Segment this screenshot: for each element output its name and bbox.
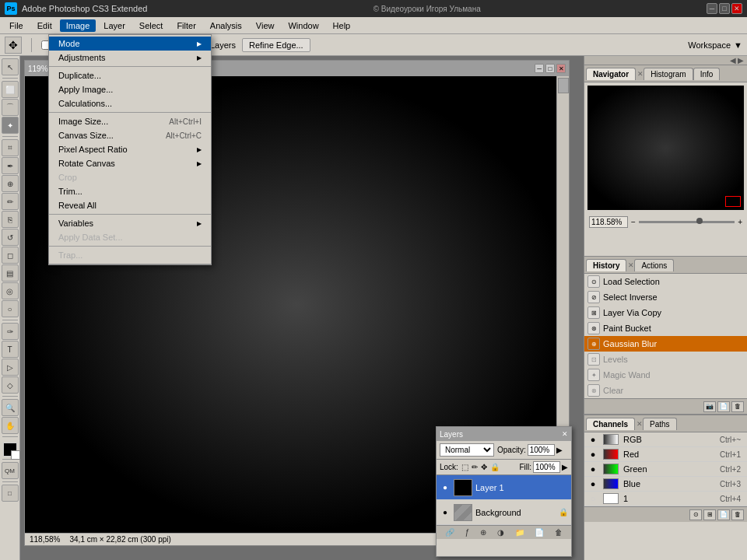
lasso-tool[interactable]: ⌒ bbox=[2, 99, 19, 116]
maximize-button[interactable]: □ bbox=[719, 3, 730, 14]
tab-history[interactable]: History bbox=[586, 259, 626, 271]
history-item-levels[interactable]: ⊡ Levels bbox=[584, 352, 747, 367]
layer-item-background[interactable]: ● Background 🔒 bbox=[437, 500, 571, 525]
layers-close-btn[interactable]: ✕ bbox=[562, 430, 568, 438]
history-new-snapshot-btn[interactable]: 📷 bbox=[703, 401, 716, 412]
menu-window[interactable]: Window bbox=[282, 19, 324, 32]
crop-tool[interactable]: ⌗ bbox=[2, 139, 19, 156]
lock-transparency-btn[interactable]: ⬚ bbox=[461, 463, 468, 471]
layers-link-btn[interactable]: 🔗 bbox=[445, 528, 454, 537]
navigator-viewport-box[interactable] bbox=[725, 196, 741, 207]
zoom-tool[interactable]: 🔍 bbox=[2, 399, 19, 416]
menu-item-trim[interactable]: Trim... bbox=[49, 184, 211, 198]
text-tool[interactable]: T bbox=[2, 341, 19, 358]
foreground-color[interactable] bbox=[3, 443, 17, 457]
menu-item-rotate-canvas[interactable]: Rotate Canvas ▶ bbox=[49, 156, 211, 170]
magic-wand-tool[interactable]: ✦ bbox=[2, 117, 19, 134]
channel-blue-visibility[interactable]: ● bbox=[587, 478, 598, 489]
gradient-tool[interactable]: ▤ bbox=[2, 264, 19, 282]
tool-options-icon[interactable]: ✥ bbox=[5, 37, 22, 54]
menu-layer[interactable]: Layer bbox=[97, 19, 132, 32]
marquee-tool[interactable]: ⬜ bbox=[2, 81, 19, 98]
hand-tool[interactable]: ✋ bbox=[2, 417, 19, 434]
menu-item-canvas-size[interactable]: Canvas Size... Alt+Ctrl+C bbox=[49, 128, 211, 142]
history-item-gaussian-blur[interactable]: ⊕ Gaussian Blur bbox=[584, 336, 747, 352]
minimize-button[interactable]: ─ bbox=[707, 3, 717, 14]
menu-file[interactable]: File bbox=[3, 19, 30, 32]
navigator-zoom-thumb[interactable] bbox=[696, 218, 703, 224]
menu-item-apply-image[interactable]: Apply Image... bbox=[49, 82, 211, 96]
lock-position-btn[interactable]: ✥ bbox=[481, 463, 487, 471]
dodge-tool[interactable]: ○ bbox=[2, 300, 19, 317]
channel-delete-btn[interactable]: 🗑 bbox=[731, 509, 744, 520]
tab-channels[interactable]: Channels bbox=[586, 418, 635, 430]
history-item-load-selection[interactable]: ⊙ Load Selection bbox=[584, 274, 747, 289]
fill-arrow[interactable]: ▶ bbox=[562, 463, 568, 471]
menu-select[interactable]: Select bbox=[133, 19, 170, 32]
menu-help[interactable]: Help bbox=[327, 19, 357, 32]
background-visibility[interactable]: ● bbox=[440, 507, 451, 518]
menu-item-adjustments[interactable]: Adjustments ▶ bbox=[49, 51, 211, 65]
brush-tool[interactable]: ✏ bbox=[2, 193, 19, 210]
nav-zoom-plus[interactable]: + bbox=[738, 218, 742, 226]
layers-style-btn[interactable]: ƒ bbox=[465, 528, 470, 537]
canvas-close-btn[interactable]: ✕ bbox=[556, 64, 566, 73]
pen-tool[interactable]: ✑ bbox=[2, 323, 19, 340]
menu-view[interactable]: View bbox=[250, 19, 281, 32]
history-item-select-inverse[interactable]: ⊘ Select Inverse bbox=[584, 289, 747, 305]
tab-paths[interactable]: Paths bbox=[643, 418, 677, 430]
menu-item-variables[interactable]: Variables ▶ bbox=[49, 216, 211, 230]
move-tool[interactable]: ↖ bbox=[2, 58, 19, 75]
menu-item-image-size[interactable]: Image Size... Alt+Ctrl+I bbox=[49, 114, 211, 128]
menu-item-pixel-aspect-ratio[interactable]: Pixel Aspect Ratio ▶ bbox=[49, 142, 211, 156]
layers-mask-btn[interactable]: ⊕ bbox=[480, 528, 486, 537]
navigator-zoom-slider[interactable] bbox=[639, 221, 735, 223]
menu-filter[interactable]: Filter bbox=[170, 19, 202, 32]
blur-tool[interactable]: ◎ bbox=[2, 282, 19, 299]
menu-item-reveal-all[interactable]: Reveal All bbox=[49, 198, 211, 212]
menu-item-duplicate[interactable]: Duplicate... bbox=[49, 68, 211, 82]
shape-tool[interactable]: ◇ bbox=[2, 376, 19, 394]
history-close[interactable]: ✕ bbox=[628, 261, 634, 269]
channel-1[interactable]: ○ 1 Ctrl+4 bbox=[584, 492, 747, 506]
path-tool[interactable]: ▷ bbox=[2, 359, 19, 376]
channel-new-btn[interactable]: 📄 bbox=[717, 509, 730, 520]
menu-edit[interactable]: Edit bbox=[31, 19, 58, 32]
channel-green-visibility[interactable]: ● bbox=[587, 464, 598, 474]
menu-analysis[interactable]: Analysis bbox=[204, 19, 248, 32]
panel-arrow-left[interactable]: ◀ bbox=[730, 56, 736, 65]
channel-rgb-visibility[interactable]: ● bbox=[587, 434, 598, 445]
channel-green[interactable]: ● Green Ctrl+2 bbox=[584, 462, 747, 477]
nav-zoom-minus[interactable]: − bbox=[631, 218, 636, 226]
channels-close[interactable]: ✕ bbox=[637, 420, 643, 428]
channel-save-btn[interactable]: ⊞ bbox=[703, 509, 716, 520]
navigator-zoom-input[interactable] bbox=[589, 216, 628, 228]
refine-edge-button[interactable]: Refine Edge... bbox=[242, 38, 310, 52]
heal-tool[interactable]: ⊕ bbox=[2, 175, 19, 192]
layers-blend-mode-select[interactable]: Normal bbox=[440, 443, 494, 457]
canvas-minimize-btn[interactable]: ─ bbox=[535, 64, 544, 73]
channel-red[interactable]: ● Red Ctrl+1 bbox=[584, 447, 747, 462]
menu-image[interactable]: Image bbox=[60, 19, 96, 32]
history-item-layer-via-copy[interactable]: ⊞ Layer Via Copy bbox=[584, 305, 747, 320]
layers-new-btn[interactable]: 📄 bbox=[535, 528, 544, 537]
layers-adjustment-btn[interactable]: ◑ bbox=[497, 528, 504, 537]
lock-all-btn[interactable]: 🔒 bbox=[490, 463, 500, 471]
history-item-magic-wand[interactable]: ✦ Magic Wand bbox=[584, 367, 747, 383]
layers-delete-btn[interactable]: 🗑 bbox=[555, 528, 563, 537]
eyedropper-tool[interactable]: ✒ bbox=[2, 157, 19, 174]
layers-group-btn[interactable]: 📁 bbox=[515, 528, 524, 537]
menu-item-mode[interactable]: Mode ▶ bbox=[49, 37, 211, 51]
canvas-maximize-btn[interactable]: □ bbox=[545, 64, 555, 73]
history-item-paint-bucket[interactable]: ⊛ Paint Bucket bbox=[584, 320, 747, 336]
history-delete-btn[interactable]: 🗑 bbox=[731, 401, 744, 412]
eraser-tool[interactable]: ◻ bbox=[2, 247, 19, 264]
lock-pixels-btn[interactable]: ✏ bbox=[472, 463, 478, 471]
channel-selection-btn[interactable]: ⊙ bbox=[689, 509, 702, 520]
history-item-clear[interactable]: ⊗ Clear bbox=[584, 383, 747, 398]
tab-navigator[interactable]: Navigator bbox=[586, 68, 636, 80]
history-brush[interactable]: ↺ bbox=[2, 229, 19, 246]
history-new-document-btn[interactable]: 📄 bbox=[717, 401, 730, 412]
channel-1-visibility[interactable]: ○ bbox=[587, 493, 598, 504]
layers-fill-input[interactable] bbox=[533, 461, 560, 473]
